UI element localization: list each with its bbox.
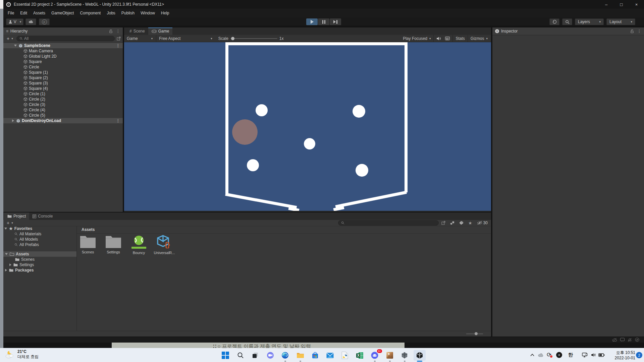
taskbar-excel-button[interactable]: X <box>354 350 366 361</box>
step-button[interactable] <box>330 18 341 25</box>
add-caret-icon[interactable]: ▾ <box>11 221 13 225</box>
tab-console[interactable]: Console <box>29 213 56 220</box>
menu-edit[interactable]: Edit <box>17 11 30 15</box>
asset-settings-folder[interactable]: Settings <box>101 235 125 254</box>
row-menu-icon[interactable]: ⋮ <box>116 44 120 48</box>
sync-icon[interactable]: ⟳ <box>547 351 551 358</box>
hierarchy-item[interactable]: Main Camera <box>3 48 123 54</box>
favorites-all-materials[interactable]: All Materials <box>3 231 76 237</box>
expand-icon[interactable] <box>14 45 17 47</box>
ime-korean-indicator[interactable]: 한 <box>568 352 573 358</box>
hierarchy-item[interactable]: Square (3) <box>3 80 123 86</box>
scale-slider[interactable] <box>230 38 277 39</box>
vsync-grid-icon[interactable] <box>445 37 450 40</box>
project-search-input[interactable] <box>338 220 439 226</box>
favorites-root[interactable]: ★ Favorites <box>3 226 76 231</box>
menu-publish[interactable]: Publish <box>118 11 138 15</box>
progress-check-icon[interactable] <box>635 338 639 342</box>
taskbar-chat-button[interactable] <box>264 350 276 361</box>
asset-bouncy-material[interactable]: Bouncy <box>127 235 151 255</box>
cloud-services-button[interactable] <box>25 18 36 25</box>
notifications-off-icon[interactable] <box>628 338 632 342</box>
notification-badge[interactable]: 2 <box>636 352 642 358</box>
hierarchy-item[interactable]: Circle (4) <box>3 107 123 113</box>
collapse-icon[interactable] <box>12 119 14 122</box>
menu-gameobject[interactable]: GameObject <box>48 11 77 15</box>
taskbar-start-button[interactable] <box>219 350 231 361</box>
play-button[interactable] <box>306 18 318 25</box>
panel-menu-icon[interactable]: ⋮ <box>637 29 641 33</box>
asset-scenes-folder[interactable]: Scenes <box>76 235 100 254</box>
add-gameobject-button[interactable]: + <box>7 36 9 41</box>
icon-size-handle[interactable] <box>475 332 478 335</box>
taskbar-store-button[interactable] <box>309 350 321 361</box>
hierarchy-scene-row[interactable]: SampleScene ⋮ <box>3 43 123 48</box>
tray-chevron-icon[interactable] <box>530 354 534 356</box>
lock-icon[interactable] <box>630 29 634 33</box>
blocked-status-icon[interactable]: × <box>556 352 562 358</box>
favorites-star-icon[interactable]: ★ <box>468 221 472 226</box>
hierarchy-item[interactable]: Square (4) <box>3 86 123 91</box>
taskbar-taskview-button[interactable] <box>249 350 261 361</box>
play-focused-dropdown[interactable]: Play Focused <box>403 36 427 41</box>
layout-dropdown[interactable]: Layout▾ <box>606 18 635 25</box>
tree-scenes-folder[interactable]: Scenes <box>3 257 76 262</box>
search-by-type-icon[interactable] <box>450 221 454 225</box>
weather-widget[interactable]: 21°C 대체로 흐림 <box>4 349 39 359</box>
taskbar-search-button[interactable] <box>234 350 247 361</box>
mute-audio-icon[interactable] <box>436 37 441 41</box>
taskbar-discord-button[interactable]: 9+ <box>369 350 381 361</box>
hierarchy-item[interactable]: Circle <box>3 64 123 70</box>
pause-button[interactable] <box>318 18 329 25</box>
assets-root[interactable]: Assets <box>3 251 76 257</box>
taskbar-mail-button[interactable] <box>324 350 336 361</box>
hierarchy-item[interactable]: Square <box>3 59 123 64</box>
account-dropdown[interactable]: V▾ <box>6 18 23 25</box>
maximize-button[interactable]: □ <box>614 0 629 9</box>
menu-file[interactable]: File <box>5 11 17 15</box>
clock-widget[interactable]: 오후 10:51 2022-10-01 <box>606 350 635 361</box>
hierarchy-item[interactable]: Circle (5) <box>3 113 123 118</box>
taskbar-explorer-button[interactable] <box>294 350 306 361</box>
favorites-all-models[interactable]: All Models <box>3 237 76 242</box>
onedrive-icon[interactable] <box>538 353 544 357</box>
panel-menu-icon[interactable]: ⋮ <box>116 29 120 33</box>
tab-scene[interactable]: # Scene <box>126 27 148 35</box>
hidden-packages-toggle[interactable]: 30 <box>477 221 488 225</box>
picker-icon[interactable] <box>441 221 445 225</box>
asset-universalrp[interactable]: {} UniversalR... <box>152 235 176 255</box>
gizmos-dropdown[interactable]: Gizmos <box>471 36 484 41</box>
menu-component[interactable]: Component <box>77 11 104 15</box>
hierarchy-item[interactable]: Circle (3) <box>3 102 123 107</box>
hierarchy-item[interactable]: Circle (1) <box>3 91 123 97</box>
packages-root[interactable]: Packages <box>3 267 76 273</box>
hierarchy-item[interactable]: Circle (2) <box>3 97 123 102</box>
hierarchy-item[interactable]: Square (1) <box>3 70 123 75</box>
tab-game[interactable]: Game <box>148 27 173 35</box>
picker-icon[interactable] <box>117 37 121 41</box>
aspect-dropdown[interactable]: Free Aspect <box>159 36 180 41</box>
hierarchy-item[interactable]: Square (2) <box>3 75 123 80</box>
layers-dropdown[interactable]: Layers▾ <box>575 18 604 25</box>
hierarchy-dontdestroy-row[interactable]: DontDestroyOnLoad ⋮ <box>3 118 123 123</box>
favorites-all-prefabs[interactable]: All Prefabs <box>3 242 76 247</box>
add-caret-icon[interactable]: ▾ <box>11 37 13 40</box>
cloud-offline-icon[interactable] <box>612 338 617 342</box>
row-menu-icon[interactable]: ⋮ <box>116 119 120 123</box>
menu-help[interactable]: Help <box>158 11 172 15</box>
taskbar-unity-hub-button[interactable] <box>398 350 411 361</box>
battery-icon[interactable] <box>598 353 605 357</box>
undo-history-button[interactable] <box>549 18 559 25</box>
search-by-label-icon[interactable] <box>459 221 464 225</box>
taskbar-unity-editor-button[interactable] <box>414 350 426 361</box>
stats-toggle[interactable]: Stats <box>455 36 465 41</box>
minimize-button[interactable]: – <box>599 0 614 9</box>
menu-window[interactable]: Window <box>138 11 158 15</box>
menu-assets[interactable]: Assets <box>30 11 48 15</box>
hierarchy-search-input[interactable]: All <box>16 36 115 41</box>
display-network-icon[interactable] <box>582 353 588 358</box>
tree-settings-folder[interactable]: Settings <box>3 262 76 267</box>
display-dropdown[interactable]: Game <box>127 36 138 41</box>
hierarchy-item[interactable]: Global Light 2D <box>3 54 123 59</box>
close-button[interactable]: × <box>629 0 644 9</box>
